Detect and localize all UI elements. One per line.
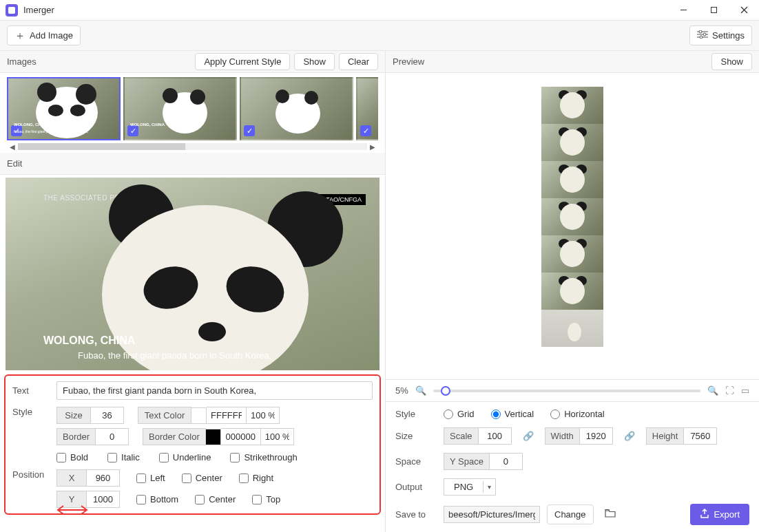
align-center-x-checkbox[interactable]: Center bbox=[182, 473, 222, 483]
check-icon: ✓ bbox=[127, 125, 138, 136]
maximize-button[interactable] bbox=[698, 0, 729, 21]
thumbnail[interactable]: ✓ bbox=[356, 77, 378, 140]
size-prop-label: Size bbox=[395, 431, 437, 441]
caption-line1: WOLONG, CHINA bbox=[43, 334, 135, 347]
link-icon[interactable]: 🔗 bbox=[620, 431, 639, 441]
settings-label: Settings bbox=[712, 30, 745, 41]
clear-button[interactable]: Clear bbox=[339, 53, 378, 70]
zoom-bar: 5% 🔍 🔍 ⛶ ▭ bbox=[386, 379, 759, 401]
output-properties: Style Grid Vertical Horizontal Size Scal… bbox=[386, 401, 759, 532]
scroll-left-icon[interactable]: ◀ bbox=[7, 143, 18, 151]
bold-checkbox[interactable]: Bold bbox=[56, 452, 88, 462]
underline-checkbox[interactable]: Underline bbox=[159, 452, 211, 462]
height-label: Height bbox=[646, 427, 685, 445]
align-right-checkbox[interactable]: Right bbox=[239, 473, 273, 483]
zoom-percent: 5% bbox=[395, 385, 408, 396]
border-color-opacity-input[interactable] bbox=[261, 428, 294, 445]
yspace-label: Y Space bbox=[444, 453, 490, 470]
images-header: Images Apply Current Style Show Clear bbox=[0, 51, 385, 73]
strikethrough-checkbox[interactable]: Strikethrough bbox=[230, 452, 297, 462]
y-input[interactable] bbox=[87, 491, 120, 508]
horizontal-radio[interactable]: Horizontal bbox=[550, 409, 605, 419]
border-color-swatch[interactable] bbox=[206, 429, 221, 445]
output-format-select[interactable]: PNG ▾ bbox=[444, 478, 496, 496]
saveto-input[interactable] bbox=[444, 506, 540, 523]
apply-style-button[interactable]: Apply Current Style bbox=[195, 53, 290, 70]
thumbnail-strip: ✓ WOLONG, CHINA Fubao, the first giant p… bbox=[0, 73, 385, 153]
svg-rect-1 bbox=[711, 8, 716, 13]
align-top-checkbox[interactable]: Top bbox=[252, 494, 280, 504]
text-input[interactable] bbox=[56, 381, 373, 400]
text-color-opacity-input[interactable] bbox=[247, 407, 280, 424]
change-button[interactable]: Change bbox=[547, 504, 594, 524]
add-image-button[interactable]: ＋ Add Image bbox=[7, 25, 81, 45]
settings-button[interactable]: Settings bbox=[689, 25, 752, 45]
close-button[interactable] bbox=[729, 0, 759, 21]
titlebar: Imerger bbox=[0, 0, 759, 21]
edit-preview-image: THE ASSOCIATED PRESS JIN TAO/CNFGA WOLON… bbox=[6, 178, 380, 370]
border-input[interactable] bbox=[96, 428, 129, 445]
thumbnail-scrollbar[interactable]: ◀ ▶ bbox=[7, 140, 378, 153]
minimize-button[interactable] bbox=[668, 0, 698, 21]
vertical-radio[interactable]: Vertical bbox=[491, 409, 534, 419]
export-button[interactable]: Export bbox=[690, 504, 749, 525]
text-style-form: Text Style Size Text Color bbox=[4, 374, 381, 515]
saveto-label: Save to bbox=[395, 509, 437, 520]
toolbar: ＋ Add Image Settings bbox=[0, 21, 759, 51]
app-icon bbox=[6, 4, 18, 17]
thumbnail[interactable]: ✓ bbox=[240, 77, 353, 140]
style-label: Style bbox=[395, 409, 437, 419]
svg-point-9 bbox=[700, 36, 703, 39]
align-center-y-checkbox[interactable]: Center bbox=[195, 494, 236, 504]
position-row-label: Position bbox=[12, 469, 51, 480]
folder-icon[interactable] bbox=[601, 507, 620, 522]
yspace-input[interactable] bbox=[490, 453, 523, 470]
link-icon[interactable]: 🔗 bbox=[519, 431, 538, 441]
thumbnail[interactable]: ✓ WOLONG, CHINA Fubao, the first giant p… bbox=[7, 77, 121, 140]
size-label: Size bbox=[56, 407, 91, 424]
italic-checkbox[interactable]: Italic bbox=[107, 452, 140, 462]
align-left-checkbox[interactable]: Left bbox=[136, 473, 165, 483]
preview-pane bbox=[386, 73, 759, 379]
text-row-label: Text bbox=[12, 385, 51, 396]
scale-label: Scale bbox=[444, 427, 479, 445]
zoom-in-icon[interactable]: 🔍 bbox=[707, 385, 718, 396]
thumbnail[interactable]: ✓ WOLONG, CHINA bbox=[123, 77, 237, 140]
images-label: Images bbox=[7, 56, 191, 67]
zoom-slider[interactable] bbox=[433, 390, 700, 392]
width-input[interactable] bbox=[580, 427, 613, 445]
fit-icon[interactable]: ⛶ bbox=[725, 385, 734, 396]
settings-icon bbox=[697, 30, 708, 41]
width-label: Width bbox=[545, 427, 580, 445]
preview-show-button[interactable]: Show bbox=[711, 53, 752, 70]
size-input[interactable] bbox=[91, 407, 124, 424]
scroll-right-icon[interactable]: ▶ bbox=[367, 143, 378, 151]
height-input[interactable] bbox=[684, 427, 717, 445]
highlight-arrow-icon bbox=[55, 504, 90, 515]
show-button[interactable]: Show bbox=[294, 53, 335, 70]
border-color-label: Border Color bbox=[143, 428, 206, 445]
svg-point-7 bbox=[703, 33, 706, 36]
space-label: Space bbox=[395, 456, 437, 467]
grid-radio[interactable]: Grid bbox=[444, 409, 475, 419]
preview-stack bbox=[541, 87, 603, 374]
border-color-input[interactable] bbox=[221, 428, 261, 445]
text-color-swatch[interactable] bbox=[191, 407, 207, 424]
x-input[interactable] bbox=[87, 469, 120, 487]
style-row-label: Style bbox=[12, 407, 51, 417]
plus-icon: ＋ bbox=[14, 32, 25, 40]
text-color-input[interactable] bbox=[207, 407, 247, 424]
align-bottom-checkbox[interactable]: Bottom bbox=[136, 494, 178, 504]
actual-size-icon[interactable]: ▭ bbox=[741, 385, 749, 396]
app-title: Imerger bbox=[23, 5, 54, 15]
edit-label: Edit bbox=[7, 158, 378, 169]
zoom-out-icon[interactable]: 🔍 bbox=[415, 385, 426, 396]
x-label: X bbox=[56, 469, 87, 487]
text-color-label: Text Color bbox=[138, 407, 191, 424]
add-image-label: Add Image bbox=[30, 30, 73, 41]
chevron-down-icon: ▾ bbox=[483, 481, 495, 493]
check-icon: ✓ bbox=[360, 125, 371, 136]
edit-header: Edit bbox=[0, 153, 385, 175]
output-label: Output bbox=[395, 482, 437, 492]
scale-input[interactable] bbox=[479, 427, 512, 445]
